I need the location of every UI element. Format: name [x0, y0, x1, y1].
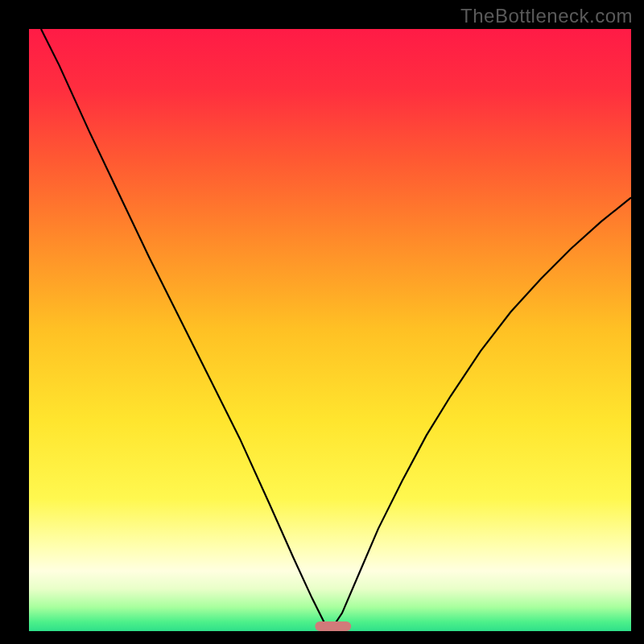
bottleneck-chart	[0, 0, 644, 644]
optimal-marker	[315, 621, 351, 631]
watermark-text: TheBottleneck.com	[460, 5, 633, 27]
plot-area	[29, 29, 631, 631]
